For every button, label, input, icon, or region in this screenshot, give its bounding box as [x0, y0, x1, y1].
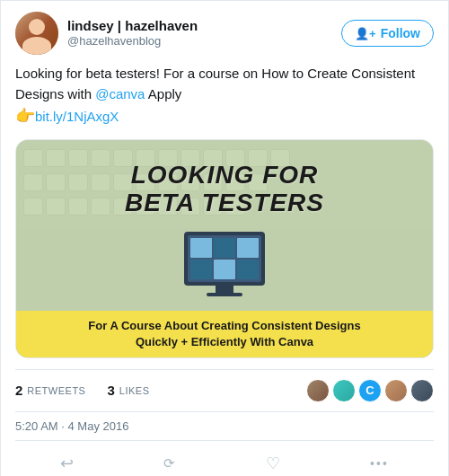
follow-label: Follow — [381, 26, 420, 40]
tweet-text-after: Apply — [145, 86, 181, 101]
caption-bar: For A Course About Creating Consistent D… — [16, 311, 433, 357]
likers-avatars: C — [306, 379, 434, 402]
monitor-graphic — [184, 232, 265, 296]
actions-row: ↩ ⟳ ♡ ••• — [15, 441, 434, 476]
like-icon: ♡ — [266, 454, 280, 473]
retweets-count: 2 — [15, 383, 22, 398]
card-headline: LOOKING FOR BETA TESTERS — [125, 162, 324, 217]
avatar — [15, 12, 58, 55]
tweet-header: lindsey | hazelhaven @hazelhavenblog 👤+ … — [15, 12, 434, 55]
like-button[interactable]: ♡ — [259, 450, 287, 476]
reply-icon: ↩ — [60, 454, 74, 473]
card-headline-line2: BETA TESTERS — [125, 190, 324, 217]
user-names: lindsey | hazelhaven @hazelhavenblog — [67, 17, 198, 49]
pointing-emoji: 👉 — [15, 107, 35, 125]
tweet-container: lindsey | hazelhaven @hazelhavenblog 👤+ … — [1, 1, 448, 476]
image-card[interactable]: LOOKING FOR BETA TESTERS — [15, 139, 434, 358]
tweet-mention[interactable]: @canva — [95, 86, 145, 101]
display-name: lindsey | hazelhaven — [67, 17, 198, 35]
username: @hazelhavenblog — [67, 34, 198, 49]
retweet-icon: ⟳ — [163, 455, 175, 472]
tweet-link[interactable]: bit.ly/1NjAxgX — [35, 109, 119, 124]
stats-row: 2 RETWEETS 3 LIKES C — [15, 369, 434, 412]
card-headline-line1: LOOKING FOR — [125, 162, 324, 190]
user-info: lindsey | hazelhaven @hazelhavenblog — [15, 12, 198, 55]
liker-avatar-4 — [384, 379, 408, 402]
liker-avatar-5 — [410, 379, 434, 402]
retweets-stat: 2 RETWEETS — [15, 383, 85, 398]
likes-count: 3 — [107, 383, 114, 398]
more-icon: ••• — [370, 456, 389, 471]
follow-button[interactable]: 👤+ Follow — [341, 20, 434, 47]
more-button[interactable]: ••• — [363, 453, 396, 474]
liker-avatar-2 — [332, 379, 356, 402]
tweet-text-before: Looking for beta testers! For a course o… — [15, 66, 415, 101]
follow-person-icon: 👤+ — [355, 27, 376, 40]
caption-text: For A Course About Creating Consistent D… — [88, 319, 360, 348]
timestamp: 5:20 AM · 4 May 2016 — [15, 412, 434, 441]
liker-avatar-3: C — [358, 379, 382, 402]
likes-label: LIKES — [119, 385, 150, 396]
retweets-label: RETWEETS — [27, 385, 85, 396]
likes-stat: 3 LIKES — [107, 383, 149, 398]
liker-avatar-1 — [306, 379, 330, 402]
card-background: LOOKING FOR BETA TESTERS — [16, 140, 433, 357]
tweet-text: Looking for beta testers! For a course o… — [15, 64, 434, 128]
retweet-button[interactable]: ⟳ — [156, 452, 182, 475]
reply-button[interactable]: ↩ — [53, 450, 81, 476]
